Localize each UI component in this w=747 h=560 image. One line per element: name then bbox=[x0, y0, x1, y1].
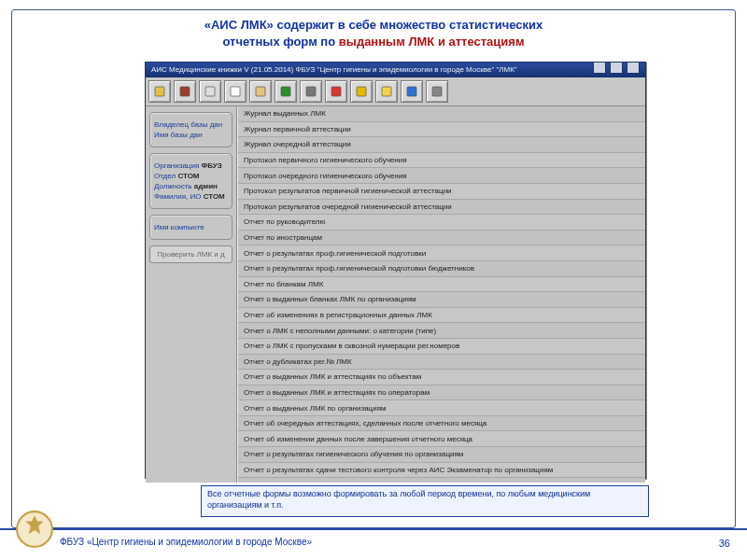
menu-item[interactable]: Отчет по бланкам ЛМК bbox=[238, 277, 645, 293]
app-window: АИС Медицинские книжки V (21.05.2014) ФБ… bbox=[145, 62, 646, 479]
menu-item[interactable]: Отчет о ЛМК с пропусками в сквозной нуме… bbox=[238, 339, 645, 355]
post-row: Должность админ bbox=[154, 182, 228, 190]
menu-item[interactable]: Отчет по руководителю bbox=[238, 215, 645, 231]
app-body: Владелец базы дан Имя базы дан Организац… bbox=[146, 106, 645, 483]
books-icon[interactable] bbox=[174, 80, 196, 103]
org-logo-icon bbox=[15, 510, 54, 549]
org-row: Организация ФБУЗ bbox=[154, 161, 228, 170]
dbname-label: Имя базы дан bbox=[154, 131, 228, 139]
menu-item[interactable]: Отчет об изменении данных после завершен… bbox=[238, 431, 645, 447]
new-icon[interactable] bbox=[224, 80, 247, 103]
svg-rect-10 bbox=[407, 87, 416, 96]
svg-rect-5 bbox=[281, 87, 290, 96]
fio-row: Фамилия, ИО СТОМ bbox=[154, 192, 228, 201]
menu-item[interactable]: Протокол результатов первичной гигиениче… bbox=[238, 184, 645, 200]
menu-item[interactable]: Отчет о выданных бланках ЛМК по организа… bbox=[238, 292, 645, 308]
menu-item[interactable]: Отчет о деятельности медицинской организ… bbox=[238, 478, 645, 483]
menu-item[interactable]: Отчет о результатах проф.гигиенической п… bbox=[238, 261, 645, 277]
close-button[interactable] bbox=[627, 62, 640, 74]
svg-rect-1 bbox=[180, 87, 190, 96]
svg-rect-7 bbox=[331, 87, 341, 96]
svg-rect-8 bbox=[357, 87, 366, 96]
gear-icon[interactable] bbox=[300, 80, 322, 103]
footer-divider bbox=[0, 528, 747, 530]
medic-icon[interactable] bbox=[401, 80, 423, 103]
check-button[interactable]: Проверить ЛМК и д bbox=[149, 245, 233, 263]
svg-rect-0 bbox=[155, 87, 164, 96]
footnote-box: Все отчетные формы возможно формировать … bbox=[201, 485, 649, 517]
menu-item[interactable]: Отчет о выданных ЛМК и аттестациях по об… bbox=[238, 370, 645, 385]
menu-item[interactable]: Журнал очередной аттестации bbox=[238, 137, 645, 153]
slide: «АИС ЛМК» содержит в себе множество стат… bbox=[0, 0, 747, 560]
svg-rect-9 bbox=[382, 87, 391, 96]
doc-icon[interactable] bbox=[199, 80, 221, 103]
window-title: АИС Медицинские книжки V (21.05.2014) ФБ… bbox=[151, 63, 517, 77]
svg-rect-6 bbox=[306, 87, 316, 96]
menu-item[interactable]: Отчет по иностранцам bbox=[238, 231, 645, 246]
title-line2a: отчетных форм по bbox=[222, 35, 338, 49]
left-panel: Владелец базы дан Имя базы дан Организац… bbox=[146, 106, 237, 483]
menu-item[interactable]: Отчет о результатах проф.гигиенической п… bbox=[238, 245, 645, 261]
dept-row: Отдел СТОМ bbox=[154, 172, 228, 180]
menu-item[interactable]: Протокол первичного гигиенического обуче… bbox=[238, 153, 645, 169]
db-group: Владелец базы дан Имя базы дан bbox=[149, 112, 233, 147]
maximize-button[interactable] bbox=[610, 62, 623, 74]
toolbar bbox=[146, 77, 645, 106]
svg-rect-3 bbox=[231, 87, 240, 96]
checks-icon[interactable] bbox=[275, 80, 297, 103]
mail-icon[interactable] bbox=[375, 80, 398, 103]
menu-item[interactable]: Журнал первичной аттестации bbox=[238, 122, 645, 138]
menu-item[interactable]: Отчет о результатах сдачи тестового конт… bbox=[238, 463, 645, 479]
db-icon[interactable] bbox=[426, 80, 448, 103]
svg-rect-11 bbox=[432, 87, 442, 96]
owner-label: Владелец базы дан bbox=[154, 120, 228, 129]
comp-label: Имя компьюте bbox=[154, 223, 228, 231]
report-menu: Журнал выданных ЛМКЖурнал первичной атте… bbox=[237, 106, 645, 483]
window-titlebar[interactable]: АИС Медицинские книжки V (21.05.2014) ФБ… bbox=[146, 63, 645, 77]
menu-item[interactable]: Протокол очередного гигиенического обуче… bbox=[238, 168, 645, 184]
page-number: 36 bbox=[719, 538, 730, 549]
title-line2b: выданным ЛМК и аттестациям bbox=[339, 35, 525, 49]
footer-org: ФБУЗ «Центр гигиены и эпидемиологии в го… bbox=[60, 537, 312, 547]
comp-group: Имя компьюте bbox=[149, 215, 233, 240]
menu-item[interactable]: Отчет о выданных ЛМК по организациям bbox=[238, 400, 645, 416]
minimize-button[interactable] bbox=[593, 62, 606, 74]
slide-title: «АИС ЛМК» содержит в себе множество стат… bbox=[56, 17, 691, 49]
menu-item[interactable]: Отчет о ЛМК с неполными данными: о катег… bbox=[238, 323, 645, 339]
menu-item[interactable]: Отчет о дубликатах рег.№ ЛМК bbox=[238, 355, 645, 371]
hand-icon[interactable] bbox=[249, 80, 272, 103]
menu-item[interactable]: Отчет об очередных аттестациях, сделанны… bbox=[238, 416, 645, 432]
folder-icon[interactable] bbox=[148, 80, 171, 103]
window-controls bbox=[591, 62, 640, 79]
org-group: Организация ФБУЗ Отдел СТОМ Должность ад… bbox=[149, 153, 233, 209]
menu-item[interactable]: Журнал выданных ЛМК bbox=[238, 106, 645, 122]
report-icon[interactable] bbox=[325, 80, 347, 103]
menu-item[interactable]: Отчет о результатах гигиенического обуче… bbox=[238, 447, 645, 463]
svg-rect-4 bbox=[256, 87, 265, 96]
title-line1: «АИС ЛМК» содержит в себе множество стат… bbox=[204, 18, 543, 32]
menu-item[interactable]: Протокол результатов очередной гигиениче… bbox=[238, 200, 645, 216]
menu-item[interactable]: Отчет об изменениях в регистрационных да… bbox=[238, 308, 645, 324]
svg-rect-2 bbox=[205, 87, 215, 96]
menu-item[interactable]: Отчет о выданных ЛМК и аттестациях по оп… bbox=[238, 385, 645, 401]
star-icon[interactable] bbox=[350, 80, 373, 103]
